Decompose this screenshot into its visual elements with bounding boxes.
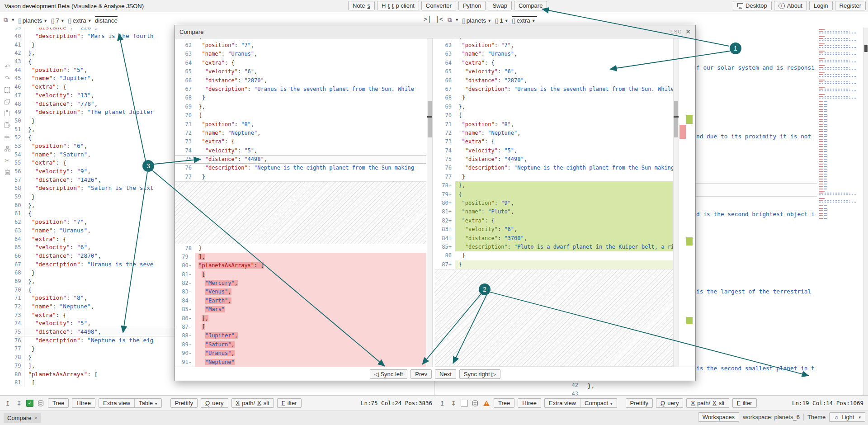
undo-icon[interactable]: ↶ (4, 63, 11, 70)
filter-button[interactable]: Filter (277, 398, 302, 408)
code-line[interactable]: 85- "Mars" (175, 305, 433, 314)
export-icon[interactable]: ↧ (449, 399, 458, 407)
paste-special-icon[interactable] (4, 122, 11, 128)
diff-marker-removed[interactable] (679, 125, 686, 139)
code-line[interactable]: 80- "planetsAsArrays": [ (175, 261, 433, 270)
close-icon[interactable]: × (34, 415, 37, 421)
diff-marker-added[interactable] (686, 317, 693, 324)
code-line[interactable]: 73 "extra": { (435, 137, 695, 146)
diff-marker-added[interactable] (686, 115, 693, 124)
code-line[interactable]: 80+ "position": "9", (435, 199, 695, 208)
code-line[interactable]: 81+ "name": "Pluto", (435, 208, 695, 216)
htree-button[interactable]: Htree (72, 398, 95, 408)
code-line[interactable]: 76 "description": "Neptune is the eighth… (175, 164, 433, 172)
collapse-left-button[interactable]: >| (421, 14, 434, 24)
query-button[interactable]: Query (201, 398, 228, 408)
code-line[interactable]: 75 "distance": "4498", (435, 155, 695, 164)
scrollbar-handle[interactable] (428, 101, 432, 137)
dialog-title-bar[interactable]: Compare ESC ✕ (175, 25, 695, 38)
breadcrumb-segment-extra[interactable]: {}extra▼ (68, 16, 93, 24)
code-line[interactable]: 68 } (435, 94, 695, 102)
diff-pane-left[interactable]: 61 {62 "position": "7",63 "name": "Uranu… (175, 38, 433, 367)
delete-icon[interactable] (4, 169, 11, 175)
copy-icon[interactable] (4, 98, 11, 105)
code-line[interactable]: 71 "position": "8", (435, 120, 695, 129)
code-line[interactable]: 91- "Neptune" (175, 358, 433, 367)
code-line[interactable]: 72 "name": "Neptune", (175, 129, 433, 137)
prev-diff-button[interactable]: Prev (410, 369, 432, 379)
select-icon[interactable] (4, 86, 11, 93)
code-line[interactable]: 65 "velocity": "6", (175, 67, 433, 76)
code-line[interactable]: 70 { (435, 111, 695, 120)
query-button[interactable]: Query (656, 398, 683, 408)
code-line[interactable]: 67 "description": "Uranus is the seventh… (175, 85, 433, 94)
collapse-right-button[interactable]: |< (433, 14, 445, 24)
database-icon[interactable] (37, 399, 45, 407)
diff-pane-right[interactable]: 61 {62 "position": "7",63 "name": "Uranu… (435, 38, 695, 367)
code-line[interactable]: 64 "extra": { (435, 59, 695, 67)
code-line[interactable]: 88- "Jupiter", (175, 331, 433, 340)
code-line[interactable]: 74 "velocity": "5", (435, 146, 695, 155)
code-line[interactable]: 69 }, (175, 103, 433, 111)
graph-icon[interactable] (4, 145, 11, 152)
tree-button[interactable]: Tree (48, 398, 69, 408)
chevron-down-icon[interactable]: ▼ (11, 18, 15, 22)
node-icon[interactable]: ⧉ (448, 16, 452, 24)
menu-button-about[interactable]: iAbout (774, 1, 807, 10)
code-line[interactable]: 70 { (175, 111, 433, 120)
tree-button[interactable]: Tree (494, 398, 514, 408)
htree-button[interactable]: Htree (518, 398, 541, 408)
theme-select[interactable]: ☼ Light ▾ (829, 412, 865, 422)
menu-button-converter[interactable]: Converter (421, 1, 456, 10)
xpath-xslt-button[interactable]: Xpath/Xslt (231, 398, 274, 408)
code-line[interactable]: 79- ], (175, 253, 433, 261)
code-line[interactable]: 77 } (435, 173, 695, 181)
code-line[interactable]: 78 } (175, 244, 433, 253)
code-line[interactable]: 78+ }, (435, 181, 695, 190)
scrollbar-handle[interactable] (674, 101, 678, 137)
right-pane-scrollbar[interactable] (673, 38, 679, 367)
node-icon[interactable]: ⧉ (4, 16, 8, 24)
menu-button-http-client[interactable]: Http client (377, 1, 419, 10)
code-line[interactable]: 84+ "distance": "3700", (435, 234, 695, 243)
diff-marker-added[interactable] (686, 237, 693, 246)
cut-icon[interactable]: ✂ (4, 157, 11, 164)
sync-right-button[interactable]: Sync right ▷ (459, 369, 500, 379)
next-diff-button[interactable]: Next (435, 369, 456, 379)
code-line[interactable]: 71 "position": "8", (175, 120, 433, 129)
breadcrumb-segment-extra[interactable]: {}extra▼ (512, 16, 537, 24)
code-line[interactable]: 65 "velocity": "6", (435, 67, 695, 76)
left-pane-scrollbar[interactable] (427, 38, 433, 367)
code-line[interactable]: 85+ "description": "Pluto is a dwarf pla… (435, 243, 695, 251)
code-line[interactable]: 82+ "extra": { (435, 217, 695, 225)
right-editor-scrollbar[interactable] (863, 28, 868, 395)
redo-icon[interactable]: ↷ (4, 75, 11, 81)
code-line[interactable]: 69 }, (435, 103, 695, 111)
valid-checkbox[interactable] (461, 400, 468, 407)
export-icon[interactable]: ↧ (15, 399, 23, 407)
code-line[interactable]: 86 } (435, 251, 695, 260)
code-line[interactable]: 66 "distance": "2870", (435, 76, 695, 85)
menu-button-compare[interactable]: Compare (514, 1, 547, 10)
import-icon[interactable]: ↥ (4, 399, 12, 407)
code-line[interactable]: 68 } (175, 94, 433, 102)
chevron-down-icon[interactable]: ▼ (455, 18, 459, 22)
breadcrumb-segment-planets[interactable]: []planets▼ (18, 16, 49, 24)
database-icon[interactable] (471, 399, 479, 407)
menu-button-desktop[interactable]: Desktop (733, 1, 772, 10)
close-icon[interactable]: ✕ (685, 28, 691, 35)
code-line[interactable]: 64 "extra": { (175, 59, 433, 67)
breadcrumb-segment-distance[interactable]: distance (95, 16, 118, 24)
xpath-xslt-button[interactable]: Xpath/Xslt (686, 398, 729, 408)
code-line[interactable]: 89- "Saturn", (175, 340, 433, 349)
extra-view-group[interactable]: Extra viewTable▾ (99, 398, 162, 408)
scrollbar-handle[interactable] (864, 45, 868, 52)
prettify-button[interactable]: Prettify (170, 398, 198, 408)
menu-button-python[interactable]: Python (458, 1, 486, 10)
code-line[interactable]: 83+ "velocity": "6", (435, 225, 695, 234)
prettify-button[interactable]: Prettify (626, 398, 653, 408)
code-line[interactable]: 82- "Mercury", (175, 279, 433, 288)
code-line[interactable]: 77 } (175, 173, 433, 181)
code-line[interactable]: 66 "distance": "2870", (175, 76, 433, 85)
extra-view-group[interactable]: Extra viewCompact▾ (544, 398, 617, 408)
